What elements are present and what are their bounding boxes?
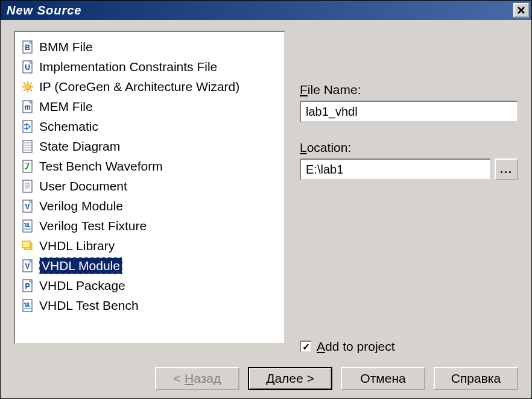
window-title: New Source xyxy=(7,4,81,17)
source-type-item[interactable]: IP (CoreGen & Architecture Wizard) xyxy=(19,77,280,96)
vhdl-lib-icon xyxy=(21,239,34,253)
svg-line-11 xyxy=(24,89,25,91)
schematic-icon xyxy=(21,120,34,133)
close-button[interactable] xyxy=(513,3,529,17)
doc-text-icon xyxy=(21,180,34,193)
source-type-label: VHDL Test Bench xyxy=(39,298,139,313)
source-type-item[interactable]: VHDL Library xyxy=(19,236,280,256)
source-type-label: Schematic xyxy=(39,119,98,134)
svg-text:V: V xyxy=(25,203,30,211)
svg-text:U: U xyxy=(25,63,30,72)
svg-rect-22 xyxy=(23,180,32,192)
source-type-item[interactable]: Verilog Test Fixture xyxy=(19,216,280,236)
source-type-item[interactable]: V VHDL Module xyxy=(19,256,280,275)
source-type-item[interactable]: U Implementation Constraints File xyxy=(19,57,280,77)
doc-p-icon: P xyxy=(21,279,34,292)
filename-group: File Name: xyxy=(300,83,518,122)
help-button[interactable]: Справка xyxy=(434,367,518,390)
source-type-list[interactable]: B BMM File U Implementation Constraints … xyxy=(14,31,285,344)
source-type-item[interactable]: Test Bench Waveform xyxy=(19,156,280,176)
state-diagram-icon xyxy=(21,140,34,153)
add-to-project-row: ✓ Add to project xyxy=(300,339,518,354)
doc-vtb-icon xyxy=(21,299,34,312)
main-row: B BMM File U Implementation Constraints … xyxy=(14,31,518,365)
source-type-label: MEM File xyxy=(39,99,93,114)
add-to-project-checkbox[interactable]: ✓ xyxy=(300,341,312,353)
right-panel: File Name: Location: ... ✓ Add to projec… xyxy=(300,31,518,365)
svg-line-9 xyxy=(24,83,25,84)
location-group: Location: ... xyxy=(300,140,518,180)
doc-v-icon: V xyxy=(21,259,34,272)
source-type-label: IP (CoreGen & Architecture Wizard) xyxy=(39,80,239,94)
close-icon xyxy=(517,7,525,14)
svg-point-4 xyxy=(25,84,31,90)
button-row: < Назад Далее > Отмена Справка xyxy=(14,365,518,390)
source-type-label: State Diagram xyxy=(39,139,120,154)
source-type-item[interactable]: User Document xyxy=(19,176,280,196)
source-type-label: Verilog Test Fixture xyxy=(39,219,147,233)
source-type-item[interactable]: P VHDL Package xyxy=(19,275,280,295)
source-type-item[interactable]: m MEM File xyxy=(19,96,280,116)
svg-line-10 xyxy=(31,89,33,91)
filename-input[interactable] xyxy=(300,101,518,122)
svg-rect-16 xyxy=(23,140,32,152)
source-type-item[interactable]: V Verilog Module xyxy=(19,196,280,216)
source-type-label: User Document xyxy=(39,179,127,193)
waveform-icon xyxy=(21,160,34,173)
source-type-label: VHDL Module xyxy=(39,257,122,274)
source-type-label: VHDL Package xyxy=(39,278,125,293)
cancel-button[interactable]: Отмена xyxy=(341,367,425,390)
source-type-item[interactable]: VHDL Test Bench xyxy=(19,295,280,315)
back-button[interactable]: < Назад xyxy=(155,367,239,390)
titlebar: New Source xyxy=(1,1,531,20)
doc-vt-icon xyxy=(21,219,34,233)
doc-u-icon: U xyxy=(21,60,34,74)
doc-b-icon: B xyxy=(21,40,34,54)
location-label: Location: xyxy=(300,140,518,155)
filename-label: File Name: xyxy=(300,83,518,97)
svg-rect-31 xyxy=(22,241,30,248)
next-button[interactable]: Далее > xyxy=(248,367,332,390)
source-type-label: Verilog Module xyxy=(39,199,123,213)
new-source-dialog: New Source B BMM File U Implementation C… xyxy=(0,0,532,399)
ip-wizard-icon xyxy=(21,80,34,93)
svg-text:V: V xyxy=(25,262,30,271)
browse-button[interactable]: ... xyxy=(495,159,518,180)
source-type-label: Test Bench Waveform xyxy=(39,159,163,174)
location-input[interactable] xyxy=(300,159,491,180)
svg-text:m: m xyxy=(24,103,31,112)
source-type-item[interactable]: B BMM File xyxy=(19,37,280,57)
add-to-project-label: Add to project xyxy=(317,339,395,354)
source-type-label: VHDL Library xyxy=(39,239,115,253)
svg-text:P: P xyxy=(25,282,30,291)
source-type-label: Implementation Constraints File xyxy=(39,60,217,74)
svg-text:B: B xyxy=(25,43,30,52)
svg-line-12 xyxy=(31,83,33,84)
source-type-item[interactable]: State Diagram xyxy=(19,136,280,156)
doc-v-icon: V xyxy=(21,200,34,213)
doc-m-icon: m xyxy=(21,100,34,113)
dialog-content: B BMM File U Implementation Constraints … xyxy=(1,20,531,398)
source-type-label: BMM File xyxy=(39,40,93,54)
source-type-item[interactable]: Schematic xyxy=(19,116,280,136)
